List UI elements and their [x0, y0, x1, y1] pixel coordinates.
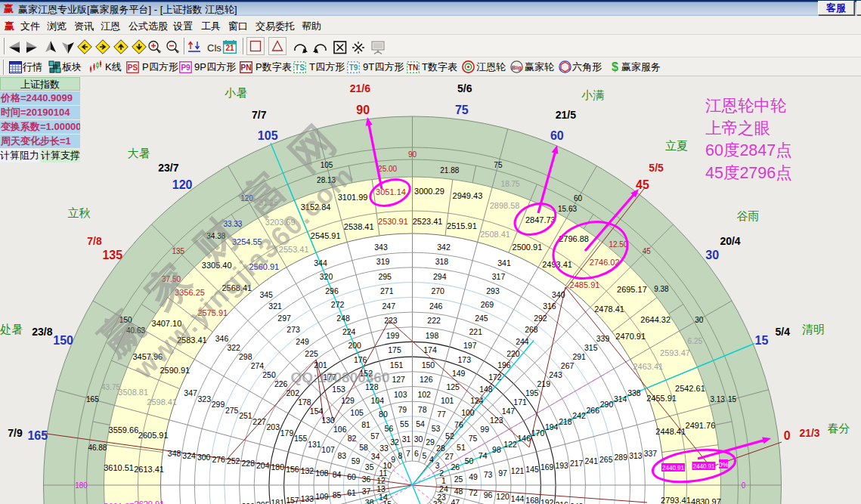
svg-text:2440.91: 2440.91	[693, 462, 715, 470]
svg-text:18.75: 18.75	[501, 180, 520, 188]
svg-text:266: 266	[587, 406, 600, 415]
svg-text:2440.91: 2440.91	[662, 463, 684, 472]
svg-text:90: 90	[356, 104, 370, 116]
svg-text:3559.66: 3559.66	[109, 425, 139, 434]
svg-text:170: 170	[531, 428, 545, 438]
svg-text:300: 300	[197, 453, 211, 462]
svg-text:53: 53	[432, 424, 441, 433]
svg-text:3.13: 3.13	[710, 395, 725, 404]
svg-text:3051.14: 3051.14	[376, 187, 406, 196]
svg-text:224: 224	[342, 327, 356, 336]
svg-text:123: 123	[490, 416, 503, 425]
svg-text:342: 342	[437, 243, 451, 252]
svg-text:立夏: 立夏	[665, 139, 688, 152]
svg-text:338: 338	[627, 388, 641, 397]
svg-text:156: 156	[286, 465, 299, 474]
svg-text:323: 323	[198, 394, 212, 404]
svg-text:0: 0	[784, 429, 791, 442]
svg-text:7/8: 7/8	[87, 235, 102, 247]
svg-text:194: 194	[545, 422, 559, 431]
svg-text:82: 82	[348, 434, 357, 443]
svg-text:78: 78	[418, 405, 427, 414]
svg-text:270: 270	[431, 286, 444, 295]
svg-text:252: 252	[227, 456, 240, 465]
svg-text:157: 157	[286, 496, 299, 504]
svg-text:135: 135	[102, 249, 122, 261]
svg-text:0%: 0%	[718, 460, 729, 468]
svg-text:2644.32: 2644.32	[640, 315, 671, 324]
svg-text:249: 249	[296, 337, 309, 346]
svg-text:313: 313	[629, 451, 643, 460]
svg-text:5: 5	[423, 451, 427, 460]
svg-text:147: 147	[502, 407, 516, 416]
svg-text:TN: TN	[408, 63, 418, 72]
svg-text:153: 153	[332, 385, 345, 394]
svg-text:上帝之眼: 上帝之眼	[705, 119, 770, 138]
svg-text:37: 37	[362, 487, 371, 496]
svg-text:2: 2	[439, 468, 444, 478]
svg-text:341: 341	[497, 258, 511, 267]
svg-text:$: $	[612, 60, 618, 73]
svg-text:79: 79	[398, 405, 407, 414]
svg-text:60: 60	[347, 472, 356, 481]
svg-text:59: 59	[352, 456, 361, 465]
svg-text:57: 57	[370, 431, 379, 441]
svg-text:51: 51	[457, 443, 466, 452]
svg-text:5/6: 5/6	[457, 82, 472, 94]
svg-text:4830.97: 4830.97	[691, 497, 721, 504]
svg-text:181: 181	[271, 498, 285, 504]
svg-text:275: 275	[225, 406, 239, 415]
svg-text:T9: T9	[349, 63, 358, 72]
svg-text:74: 74	[479, 451, 488, 460]
svg-text:0: 0	[742, 481, 746, 490]
svg-text:49: 49	[469, 472, 478, 481]
svg-text:2491.76: 2491.76	[686, 421, 716, 430]
svg-text:小满: 小满	[581, 88, 604, 101]
svg-text:243: 243	[549, 370, 562, 379]
svg-text:344: 344	[314, 258, 327, 267]
svg-text:178: 178	[298, 397, 311, 407]
svg-text:75: 75	[494, 161, 503, 169]
svg-text:203: 203	[267, 422, 280, 431]
svg-text:106: 106	[333, 425, 347, 434]
svg-text:23/7: 23/7	[158, 162, 178, 174]
svg-text:340: 340	[552, 290, 565, 299]
svg-text:2847.73: 2847.73	[525, 215, 556, 224]
svg-text:72: 72	[469, 488, 478, 497]
svg-text:219: 219	[537, 379, 551, 388]
svg-text:98: 98	[492, 445, 501, 454]
svg-text:3508.81: 3508.81	[118, 388, 148, 397]
svg-text:155: 155	[294, 434, 308, 443]
svg-text:271: 271	[380, 286, 394, 295]
svg-text:77: 77	[437, 410, 446, 419]
svg-text:201: 201	[314, 360, 327, 369]
svg-text:55: 55	[400, 419, 409, 428]
svg-text:2538.41: 2538.41	[344, 222, 374, 231]
svg-text:29: 29	[426, 438, 435, 447]
svg-text:50: 50	[465, 456, 474, 465]
svg-text:76: 76	[454, 420, 463, 429]
svg-text:2530.91: 2530.91	[378, 217, 408, 226]
svg-text:246: 246	[429, 301, 443, 311]
svg-text:180: 180	[271, 462, 285, 472]
svg-text:216: 216	[555, 500, 568, 504]
svg-text:清明: 清明	[802, 323, 825, 335]
svg-text:83: 83	[337, 451, 346, 460]
svg-text:2605.91: 2605.91	[138, 431, 169, 440]
svg-text:348: 348	[168, 449, 181, 458]
svg-text:处暑: 处暑	[0, 323, 23, 335]
svg-text:大暑: 大暑	[128, 147, 150, 159]
svg-text:99: 99	[480, 425, 489, 434]
svg-text:75: 75	[455, 104, 469, 116]
svg-text:46.88: 46.88	[88, 444, 107, 452]
svg-text:221: 221	[469, 327, 483, 336]
svg-text:2455.91: 2455.91	[646, 394, 677, 403]
svg-text:47: 47	[451, 498, 460, 504]
svg-text:立秋: 立秋	[68, 206, 91, 219]
svg-text:269: 269	[481, 300, 494, 309]
svg-text:245: 245	[475, 314, 488, 323]
svg-text:60: 60	[550, 129, 564, 142]
svg-text:150: 150	[53, 334, 73, 347]
svg-text:25.00: 25.00	[378, 165, 397, 173]
svg-text:154: 154	[310, 407, 324, 416]
